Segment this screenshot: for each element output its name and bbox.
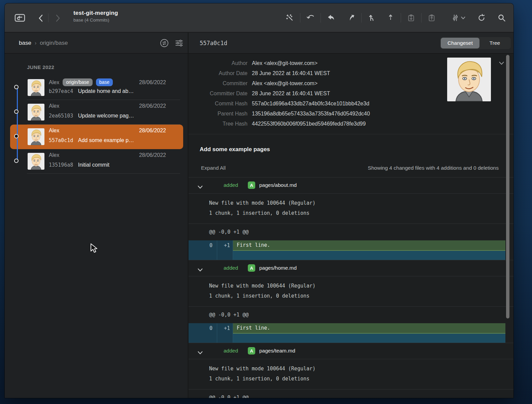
old-line-number: 0: [189, 323, 217, 334]
file-status: added: [224, 348, 238, 354]
new-line-number: +1: [217, 240, 233, 251]
stash-icon[interactable]: [407, 13, 415, 22]
added-status-badge: A: [248, 347, 255, 355]
diff-block: 0 +1 First line.: [189, 240, 505, 260]
file-header[interactable]: added A pages/home.md: [189, 260, 513, 276]
compare-branches-icon[interactable]: [451, 13, 460, 22]
file-status: added: [224, 265, 238, 271]
toolbar-divider: [401, 13, 401, 23]
tab-changeset[interactable]: Changeset: [441, 38, 479, 48]
row-divider: [27, 173, 180, 174]
changed-files-list: added A pages/about.md New file with mod…: [189, 177, 513, 398]
magic-actions-icon[interactable]: [286, 13, 294, 22]
commit-message: Update home and ab…: [78, 88, 134, 94]
diff-added-line[interactable]: 0 +1 First line.: [189, 323, 505, 334]
merge-icon[interactable]: [367, 13, 376, 22]
file-header[interactable]: added A pages/about.md: [189, 177, 513, 194]
toolbar: [286, 3, 506, 32]
file-path: pages/about.md: [259, 182, 297, 188]
file-header[interactable]: added A pages/team.md: [189, 343, 513, 359]
commit-graph-line: [17, 88, 18, 162]
diff-filler-row: [189, 334, 505, 343]
added-line-content: First line.: [233, 240, 505, 251]
remote-branch-badge[interactable]: origin/base: [63, 78, 93, 86]
commit-message-section: Add some example pages Expand All Showin…: [189, 135, 513, 177]
file-section: added A pages/about.md New file with mod…: [189, 177, 513, 260]
collapse-chevron-icon[interactable]: [198, 350, 203, 356]
commit-detail-panel: 557a0c1d Changeset Tree AuthorAlex <alex…: [189, 33, 513, 398]
filter-sliders-icon[interactable]: [174, 38, 184, 49]
nav-divider: [48, 13, 48, 22]
avatar: [28, 128, 44, 145]
forward-icon[interactable]: [56, 14, 60, 22]
author-avatar: [447, 58, 491, 101]
meta-value: 4422553f060b006f0951bed59469fedd78fe3d99: [252, 121, 366, 127]
chevron-down-icon[interactable]: [460, 13, 466, 22]
gutter-filler: [189, 251, 217, 260]
refresh-icon[interactable]: [477, 13, 486, 22]
file-info: New file with mode 100644 (Regular) 1 ch…: [189, 359, 513, 390]
commit-graph-node: [14, 85, 19, 89]
meta-label: Committer: [189, 80, 247, 87]
diff-added-line[interactable]: 0 +1 First line.: [189, 240, 505, 251]
changed-files-summary: Showing 4 changed files with 4 additions…: [368, 165, 499, 171]
hunk-header: @@ -0,0 +1 @@: [189, 307, 513, 323]
added-line-content: First line.: [233, 323, 505, 334]
history-swap-icon[interactable]: [160, 38, 169, 49]
file-info: New file with mode 100644 (Regular) 1 ch…: [189, 276, 513, 307]
commit-message: Initial commit: [78, 162, 109, 168]
commit-graph-node: [14, 109, 19, 114]
commit-date: 28/06/2022: [139, 128, 166, 134]
commit-message-title: Add some example pages: [200, 146, 270, 153]
toolbar-divider: [321, 13, 321, 23]
breadcrumb-current-branch[interactable]: base: [19, 40, 31, 46]
pull-icon[interactable]: [327, 13, 335, 22]
undo-icon[interactable]: [306, 13, 315, 22]
toolbar-divider: [300, 13, 300, 23]
title-bar: test-git-merging base (4 Commits): [5, 3, 513, 32]
added-status-badge: A: [248, 181, 255, 189]
meta-label: Author Date: [189, 70, 247, 76]
breadcrumb-upstream-branch[interactable]: origin/base: [40, 40, 68, 46]
scrollbar-thumb[interactable]: [506, 55, 509, 318]
commit-row-selected[interactable]: Alex 28/06/2022 557a0c1d Add some exampl…: [5, 125, 188, 149]
meta-value: 28 June 2022 at 16:40:41 WEST: [252, 91, 330, 97]
commit-short-hash: 2ea65103: [49, 113, 73, 119]
commit-author: Alex: [49, 103, 59, 109]
commit-author: Alex: [49, 79, 59, 86]
toolbar-divider: [421, 13, 422, 23]
commit-graph-node: [14, 159, 19, 163]
gutter-filler: [217, 251, 233, 260]
file-info: New file with mode 100644 (Regular) 1 ch…: [189, 194, 513, 224]
commit-ref-label: 557a0c1d: [200, 33, 227, 54]
push-icon[interactable]: [347, 13, 356, 22]
rebase-icon[interactable]: [386, 13, 395, 22]
breadcrumb-separator-icon: ›: [35, 40, 36, 46]
collapse-chevron-icon[interactable]: [198, 267, 203, 273]
meta-value: 28 June 2022 at 16:40:41 WEST: [252, 70, 330, 76]
diff-filler-row: [189, 251, 505, 260]
commit-row[interactable]: Alex origin/base base 28/06/2022 b297eac…: [5, 75, 188, 100]
meta-label: Author: [189, 60, 247, 66]
commit-message: Update welcome pag…: [78, 113, 134, 119]
commit-author: Alex: [49, 152, 59, 158]
local-branch-badge[interactable]: base: [96, 78, 113, 86]
back-icon[interactable]: [38, 14, 43, 22]
file-mode-line: New file with mode 100644 (Regular): [209, 281, 513, 291]
avatar-chevron-down-icon[interactable]: [499, 60, 504, 66]
commit-group-label: JUNE 2022: [27, 64, 54, 70]
open-repository-icon[interactable]: [14, 13, 26, 23]
commit-row[interactable]: Alex 28/06/2022 135196a8 Initial commit: [5, 149, 188, 174]
meta-row: Tree Hash4422553f060b006f0951bed59469fed…: [189, 119, 513, 129]
view-toggle: Changeset Tree: [440, 37, 511, 49]
tab-tree[interactable]: Tree: [479, 38, 510, 48]
apply-stash-icon[interactable]: [427, 13, 436, 22]
meta-label: Tree Hash: [189, 121, 247, 127]
breadcrumb[interactable]: base › origin/base: [19, 33, 68, 54]
commit-row[interactable]: Alex 28/06/2022 2ea65103 Update welcome …: [5, 100, 188, 125]
commit-meta-section: AuthorAlex <alex@git-tower.com> Author D…: [189, 54, 513, 134]
search-icon[interactable]: [497, 13, 506, 22]
commit-graph-node-selected: [14, 134, 19, 138]
expand-all-button[interactable]: Expand All: [201, 165, 226, 171]
collapse-chevron-icon[interactable]: [198, 184, 203, 190]
